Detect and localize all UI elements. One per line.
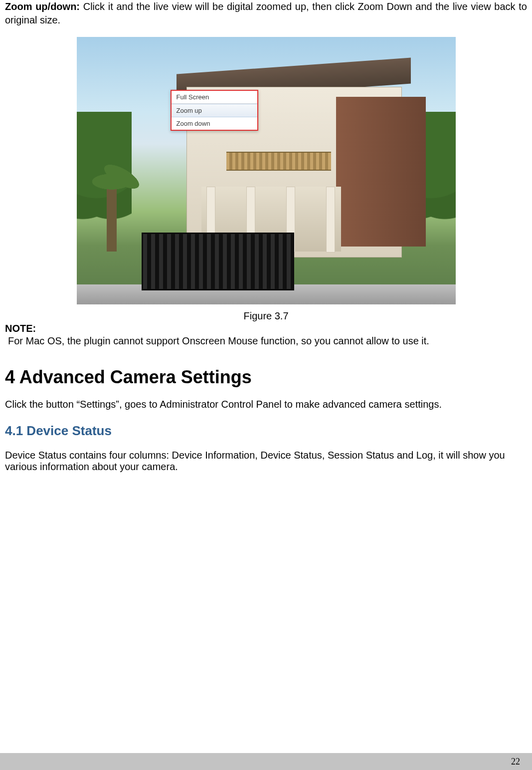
subsection-heading-4-1: 4.1 Device Status xyxy=(5,423,527,439)
note-text: For Mac OS, the plugin cannot support On… xyxy=(8,335,527,347)
zoom-intro-text: Click it and the live view will be digit… xyxy=(5,1,527,25)
section-4-body: Click the button “Settings”, goes to Adm… xyxy=(5,399,527,410)
page-number: 22 xyxy=(511,757,520,767)
section-heading-4: 4 Advanced Camera Settings xyxy=(5,367,527,388)
document-page: Zoom up/down: Click it and the live view… xyxy=(0,0,532,770)
zoom-intro-label: Zoom up/down: xyxy=(5,1,80,12)
page-footer-bar: 22 xyxy=(0,753,532,770)
scene-house-wing xyxy=(336,97,426,247)
figure-3-7: Full Screen Zoom up Zoom down xyxy=(5,37,527,306)
zoom-intro-paragraph: Zoom up/down: Click it and the live view… xyxy=(5,0,527,27)
note-label: NOTE: xyxy=(5,323,527,334)
scene-gate xyxy=(142,233,294,290)
figure-caption: Figure 3.7 xyxy=(5,310,527,322)
scene-palm xyxy=(107,182,117,252)
subsection-4-1-body: Device Status contains four columns: Dev… xyxy=(5,450,527,473)
context-menu: Full Screen Zoom up Zoom down xyxy=(171,90,258,131)
scene-pillar xyxy=(326,187,335,253)
context-menu-item-zoom-down[interactable]: Zoom down xyxy=(172,117,257,130)
context-menu-item-full-screen[interactable]: Full Screen xyxy=(172,91,257,104)
scene-balcony xyxy=(226,152,331,171)
context-menu-item-zoom-up[interactable]: Zoom up xyxy=(172,104,257,117)
live-view-screenshot: Full Screen Zoom up Zoom down xyxy=(77,37,456,304)
